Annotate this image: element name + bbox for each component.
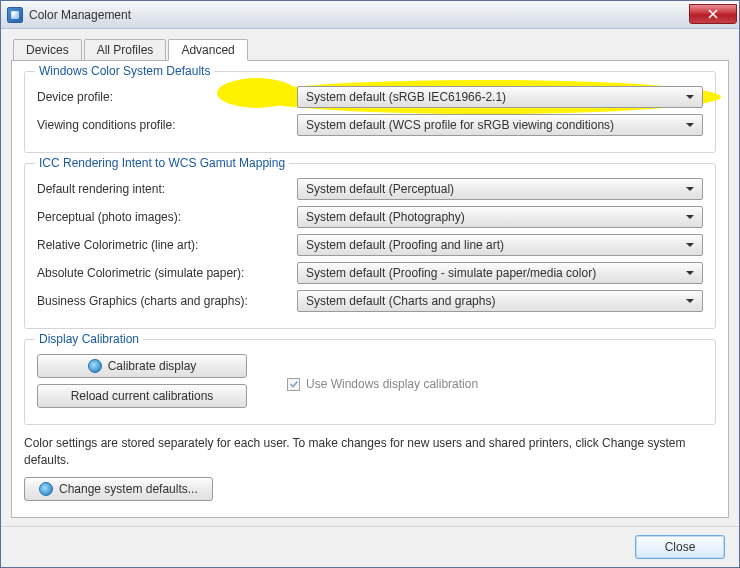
- tab-devices[interactable]: Devices: [13, 39, 82, 61]
- label-absolute-colorimetric: Absolute Colorimetric (simulate paper):: [37, 266, 297, 280]
- shield-icon: [88, 359, 102, 373]
- dropdown-value: System default (Proofing and line art): [306, 238, 504, 252]
- dropdown-value: System default (Proofing - simulate pape…: [306, 266, 596, 280]
- titlebar: Color Management: [1, 1, 739, 29]
- group-title-calibration: Display Calibration: [35, 332, 143, 346]
- change-system-defaults-button[interactable]: Change system defaults...: [24, 477, 213, 501]
- close-icon: [708, 9, 718, 19]
- button-label: Reload current calibrations: [71, 389, 214, 403]
- row-perceptual: Perceptual (photo images): System defaul…: [37, 206, 703, 228]
- button-label: Calibrate display: [108, 359, 197, 373]
- reload-calibrations-button[interactable]: Reload current calibrations: [37, 384, 247, 408]
- dropdown-value: System default (Photography): [306, 210, 465, 224]
- label-business-graphics: Business Graphics (charts and graphs):: [37, 294, 297, 308]
- dropdown-value: System default (Charts and graphs): [306, 294, 495, 308]
- dropdown-absolute-colorimetric[interactable]: System default (Proofing - simulate pape…: [297, 262, 703, 284]
- color-management-window: Color Management Devices All Profiles Ad…: [0, 0, 740, 568]
- group-title-icc: ICC Rendering Intent to WCS Gamut Mappin…: [35, 156, 289, 170]
- group-display-calibration: Display Calibration Calibrate display Re…: [24, 339, 716, 425]
- label-viewing-conditions: Viewing conditions profile:: [37, 118, 297, 132]
- button-label: Close: [665, 540, 696, 554]
- highlighted-field: System default (sRGB IEC61966-2.1): [297, 86, 703, 108]
- checkbox-icon: [287, 378, 300, 391]
- label-default-intent: Default rendering intent:: [37, 182, 297, 196]
- window-close-button[interactable]: [689, 4, 737, 24]
- dropdown-value: System default (Perceptual): [306, 182, 454, 196]
- settings-note: Color settings are stored separately for…: [24, 435, 716, 469]
- checkbox-label: Use Windows display calibration: [306, 377, 478, 391]
- row-default-intent: Default rendering intent: System default…: [37, 178, 703, 200]
- window-title: Color Management: [29, 8, 689, 22]
- shield-icon: [39, 482, 53, 496]
- close-button[interactable]: Close: [635, 535, 725, 559]
- label-perceptual: Perceptual (photo images):: [37, 210, 297, 224]
- group-icc-mapping: ICC Rendering Intent to WCS Gamut Mappin…: [24, 163, 716, 329]
- row-viewing-conditions: Viewing conditions profile: System defau…: [37, 114, 703, 136]
- use-windows-calibration-check: Use Windows display calibration: [287, 377, 478, 391]
- dropdown-default-intent[interactable]: System default (Perceptual): [297, 178, 703, 200]
- row-absolute-colorimetric: Absolute Colorimetric (simulate paper): …: [37, 262, 703, 284]
- dropdown-relative-colorimetric[interactable]: System default (Proofing and line art): [297, 234, 703, 256]
- tab-all-profiles[interactable]: All Profiles: [84, 39, 167, 61]
- dropdown-value: System default (WCS profile for sRGB vie…: [306, 118, 614, 132]
- tab-advanced[interactable]: Advanced: [168, 39, 247, 61]
- dropdown-device-profile[interactable]: System default (sRGB IEC61966-2.1): [297, 86, 703, 108]
- dropdown-viewing-conditions[interactable]: System default (WCS profile for sRGB vie…: [297, 114, 703, 136]
- row-business-graphics: Business Graphics (charts and graphs): S…: [37, 290, 703, 312]
- dropdown-business-graphics[interactable]: System default (Charts and graphs): [297, 290, 703, 312]
- group-title-wcs: Windows Color System Defaults: [35, 64, 214, 78]
- calibrate-display-button[interactable]: Calibrate display: [37, 354, 247, 378]
- label-relative-colorimetric: Relative Colorimetric (line art):: [37, 238, 297, 252]
- tab-panel-advanced: Windows Color System Defaults Device pro…: [11, 60, 729, 518]
- dialog-footer: Close: [1, 526, 739, 567]
- app-icon: [7, 7, 23, 23]
- calibration-row: Calibrate display Reload current calibra…: [37, 354, 703, 414]
- dropdown-value: System default (sRGB IEC61966-2.1): [306, 90, 506, 104]
- button-label: Change system defaults...: [59, 482, 198, 496]
- client-area: Devices All Profiles Advanced Windows Co…: [1, 29, 739, 526]
- group-wcs-defaults: Windows Color System Defaults Device pro…: [24, 71, 716, 153]
- row-relative-colorimetric: Relative Colorimetric (line art): System…: [37, 234, 703, 256]
- tab-strip: Devices All Profiles Advanced: [11, 39, 729, 61]
- dropdown-perceptual[interactable]: System default (Photography): [297, 206, 703, 228]
- row-device-profile: Device profile: System default (sRGB IEC…: [37, 86, 703, 108]
